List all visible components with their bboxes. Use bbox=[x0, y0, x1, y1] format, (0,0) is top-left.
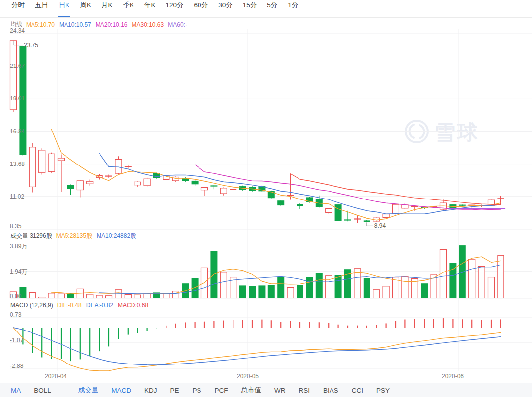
svg-text:1.94万: 1.94万 bbox=[10, 268, 27, 275]
indicator-tab[interactable]: RSI bbox=[299, 387, 310, 394]
ma-legend-item: MA10:10.57 bbox=[59, 21, 91, 28]
macd-legend-title: MACD (12,26,9) bbox=[10, 302, 53, 309]
svg-text:0.00: 0.00 bbox=[10, 293, 22, 299]
period-tab[interactable]: 1分 bbox=[287, 0, 299, 17]
svg-text:11.02: 11.02 bbox=[10, 193, 24, 200]
ma-legend: 均线MA5:10.70MA10:10.57MA20:10.16MA30:10.6… bbox=[10, 20, 192, 29]
period-tab[interactable]: 30分 bbox=[218, 0, 233, 17]
volume-legend: 成交量 31296股MA5:28135股MA10:24882股 bbox=[10, 232, 140, 240]
period-tab[interactable]: 120分 bbox=[166, 0, 184, 17]
svg-text:21.67: 21.67 bbox=[10, 63, 25, 69]
ma-legend-title: 均线 bbox=[10, 20, 22, 29]
indicator-tab[interactable]: MACD bbox=[111, 387, 131, 394]
period-tab[interactable]: 年K bbox=[144, 0, 156, 17]
period-tab[interactable]: 15分 bbox=[242, 0, 258, 17]
indicator-tab[interactable]: PCF bbox=[215, 387, 228, 394]
macd-legend-item: MACD:0.68 bbox=[118, 302, 148, 309]
indicator-tab[interactable]: BOLL bbox=[34, 387, 51, 394]
indicator-tab[interactable]: CCI bbox=[352, 387, 363, 394]
period-tab[interactable]: 周K bbox=[80, 0, 92, 17]
svg-text:16.34: 16.34 bbox=[10, 128, 25, 135]
indicator-tab[interactable]: PS bbox=[193, 387, 201, 394]
period-tab[interactable]: 五日 bbox=[34, 0, 49, 17]
svg-text:2020-04: 2020-04 bbox=[45, 373, 66, 380]
indicator-toolbar: MABOLL成交量MACDKDJPEPSPCF总市值WRRSIBIASCCIPS… bbox=[0, 383, 532, 397]
volume-legend-title: 成交量 31296股 bbox=[10, 232, 52, 240]
svg-text:2020-06: 2020-06 bbox=[442, 373, 464, 380]
indicator-tab[interactable]: KDJ bbox=[144, 387, 157, 394]
indicator-tab[interactable]: PE bbox=[170, 387, 179, 394]
svg-text:2020-05: 2020-05 bbox=[237, 373, 259, 380]
svg-text:-1.07: -1.07 bbox=[10, 337, 24, 344]
macd-legend-item: DIF:-0.48 bbox=[57, 302, 82, 309]
volume-legend-item: MA5:28135股 bbox=[56, 232, 92, 240]
xueqiu-watermark: 雪球 bbox=[404, 119, 480, 146]
indicator-tab[interactable]: WR bbox=[274, 387, 286, 394]
volume-legend-item: MA10:24882股 bbox=[97, 232, 136, 240]
period-tab[interactable]: 日K bbox=[58, 0, 70, 17]
indicator-tab[interactable]: 总市值 bbox=[241, 386, 262, 395]
period-tab[interactable]: 60分 bbox=[194, 0, 209, 17]
indicator-tab[interactable]: MA bbox=[11, 387, 21, 394]
period-toolbar: 分时五日日K周K月K季K年K120分60分30分15分5分1分 bbox=[0, 0, 532, 18]
period-tab[interactable]: 5分 bbox=[266, 0, 278, 17]
macd-legend: MACD (12,26,9)DIF:-0.48DEA:-0.82MACD:0.6… bbox=[10, 302, 153, 309]
period-tab[interactable]: 季K bbox=[123, 0, 135, 17]
indicator-tab[interactable]: 成交量 bbox=[78, 386, 99, 395]
svg-text:23.75: 23.75 bbox=[24, 42, 38, 49]
macd-legend-item: DEA:-0.82 bbox=[86, 302, 113, 309]
toolbar-divider bbox=[65, 387, 65, 394]
ma-legend-item: MA60:- bbox=[168, 21, 187, 28]
period-tab[interactable]: 月K bbox=[101, 0, 113, 17]
svg-text:8.35: 8.35 bbox=[10, 223, 22, 230]
ma-legend-item: MA30:10.63 bbox=[132, 21, 164, 28]
svg-text:19.01: 19.01 bbox=[10, 95, 25, 102]
indicator-tab[interactable]: BIAS bbox=[323, 387, 338, 394]
indicator-tab[interactable]: PSY bbox=[376, 387, 390, 394]
xueqiu-logo-icon bbox=[404, 119, 430, 146]
svg-text:0.73: 0.73 bbox=[10, 311, 22, 318]
period-tab[interactable]: 分时 bbox=[11, 0, 25, 17]
ma-legend-item: MA5:10.70 bbox=[26, 21, 55, 28]
ma-legend-item: MA20:10.16 bbox=[96, 21, 128, 28]
kline-chart[interactable]: 24.3421.6719.0116.3413.6811.028.353.89万1… bbox=[0, 0, 532, 397]
svg-text:3.89万: 3.89万 bbox=[10, 243, 27, 250]
svg-text:8.94: 8.94 bbox=[374, 222, 386, 229]
watermark-brand-text: 雪球 bbox=[434, 119, 480, 146]
svg-text:13.68: 13.68 bbox=[10, 161, 25, 167]
svg-text:-2.88: -2.88 bbox=[10, 363, 24, 369]
